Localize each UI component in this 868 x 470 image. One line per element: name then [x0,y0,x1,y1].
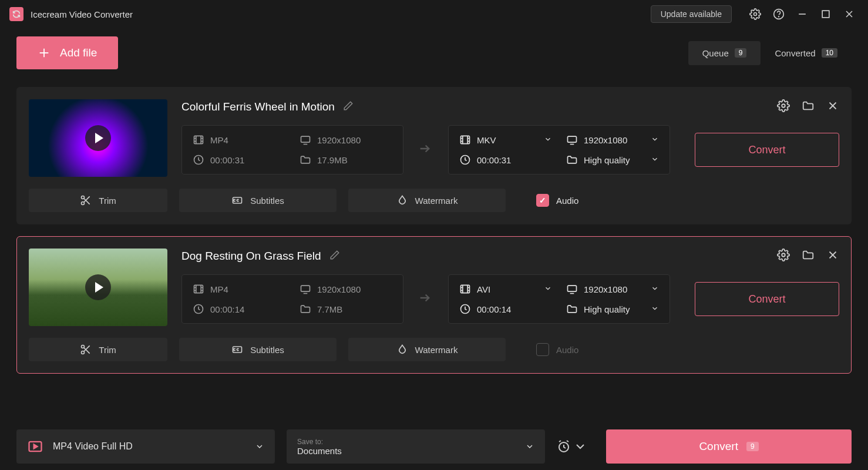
tab-converted-label: Converted [775,48,815,58]
add-file-label: Add file [60,46,97,59]
chevron-down-icon [255,442,264,451]
screen-icon [300,283,311,295]
open-folder-icon[interactable] [802,249,815,264]
audio-checkbox [536,194,549,207]
clock-icon [459,303,471,315]
add-file-button[interactable]: Add file [16,36,118,69]
alarm-icon [557,439,571,454]
watermark-button[interactable]: Watermark [348,338,506,361]
film-icon [459,134,471,146]
toolbar: Add file Queue 9 Converted 10 [0,35,868,70]
audio-checkbox [536,343,549,356]
droplet-icon [396,194,408,206]
trim-button[interactable]: Trim [29,189,167,212]
target-quality-selector[interactable]: High quality [566,154,659,166]
cc-icon [231,344,243,355]
item-settings-icon[interactable] [777,99,790,115]
source-info-box: MP4 1920x1080 00:00:14 7.7MB [181,274,403,324]
target-duration: 00:00:14 [459,303,552,315]
source-resolution: 1920x1080 [300,283,392,295]
source-format: MP4 [193,283,285,295]
folder-icon [566,303,578,315]
minimize-icon[interactable] [793,5,812,24]
chevron-down-icon [651,304,659,314]
video-thumbnail[interactable] [29,249,167,326]
chevron-down-icon [651,284,659,294]
tab-group: Queue 9 Converted 10 [688,41,852,65]
remove-item-icon[interactable] [826,99,839,115]
target-info-box: MKV 1920x1080 00:00:31 High quality [448,125,670,174]
app-title: Icecream Video Converter [31,9,651,19]
source-resolution: 1920x1080 [300,134,392,146]
titlebar: Icecream Video Converter Update availabl… [0,0,868,28]
clock-icon [193,154,204,166]
droplet-icon [396,344,408,355]
scissors-icon [80,344,92,355]
video-title: Colorful Ferris Wheel in Motion [181,100,335,113]
convert-all-count-badge: 9 [746,442,759,451]
audio-label: Audio [556,196,578,206]
arrow-right-icon [418,290,434,308]
tab-converted[interactable]: Converted 10 [761,41,852,65]
cc-icon [231,194,243,206]
folder-icon [300,303,311,315]
target-format-selector[interactable]: MKV [459,134,552,146]
screen-icon [566,283,578,295]
target-format-selector[interactable]: AVI [459,283,552,295]
timer-button[interactable] [557,439,587,454]
watermark-button[interactable]: Watermark [348,189,506,212]
subtitles-button[interactable]: Subtitles [179,189,337,212]
settings-icon[interactable] [746,5,765,24]
audio-toggle[interactable]: Audio [536,194,578,207]
convert-item-button[interactable]: Convert [695,133,839,167]
app-logo-icon [9,7,23,21]
target-resolution-selector[interactable]: 1920x1080 [566,134,659,146]
folder-icon [566,154,578,166]
subtitles-button[interactable]: Subtitles [179,338,337,361]
save-to-label: Save to: [297,438,525,446]
preset-label: MP4 Video Full HD [53,441,245,452]
source-duration: 00:00:31 [193,154,285,166]
target-resolution-selector[interactable]: 1920x1080 [566,283,659,295]
help-icon[interactable] [769,5,788,24]
source-filesize: 17.9MB [300,154,392,166]
video-thumbnail[interactable] [29,99,167,177]
video-title: Dog Resting On Grass Field [181,250,321,263]
open-folder-icon[interactable] [802,99,815,115]
preset-selector[interactable]: MP4 Video Full HD [16,429,275,464]
remove-item-icon[interactable] [826,249,839,264]
convert-all-button[interactable]: Convert 9 [606,429,852,464]
target-info-box: AVI 1920x1080 00:00:14 High quality [448,274,670,324]
folder-icon [300,154,311,166]
update-available-button[interactable]: Update available [651,5,732,23]
item-settings-icon[interactable] [777,249,790,264]
arrow-right-icon [418,140,434,159]
preset-icon [27,438,43,455]
target-quality-selector[interactable]: High quality [566,303,659,315]
footer: MP4 Video Full HD Save to: Documents Con… [0,423,868,470]
convert-item-button[interactable]: Convert [695,282,839,316]
chevron-down-icon [651,135,659,145]
source-filesize: 7.7MB [300,303,392,315]
edit-title-icon[interactable] [343,100,354,113]
audio-toggle[interactable]: Audio [536,343,578,356]
tab-queue-label: Queue [702,48,729,58]
screen-icon [566,134,578,146]
save-to-value: Documents [297,446,525,456]
play-icon [85,125,111,151]
plus-icon [38,46,51,59]
tab-queue[interactable]: Queue 9 [688,41,761,65]
source-format: MP4 [193,134,285,146]
queue-count-badge: 9 [735,48,747,58]
clock-icon [459,154,471,166]
chevron-down-icon [544,284,552,294]
maximize-icon[interactable] [816,5,835,24]
edit-title-icon[interactable] [329,250,340,263]
film-icon [459,283,471,295]
clock-icon [193,303,204,315]
trim-button[interactable]: Trim [29,338,167,361]
close-icon[interactable] [840,5,859,24]
save-to-selector[interactable]: Save to: Documents [287,429,545,464]
queue-item: Dog Resting On Grass Field MP4 1920x1080… [16,236,852,374]
chevron-down-icon [651,155,659,165]
